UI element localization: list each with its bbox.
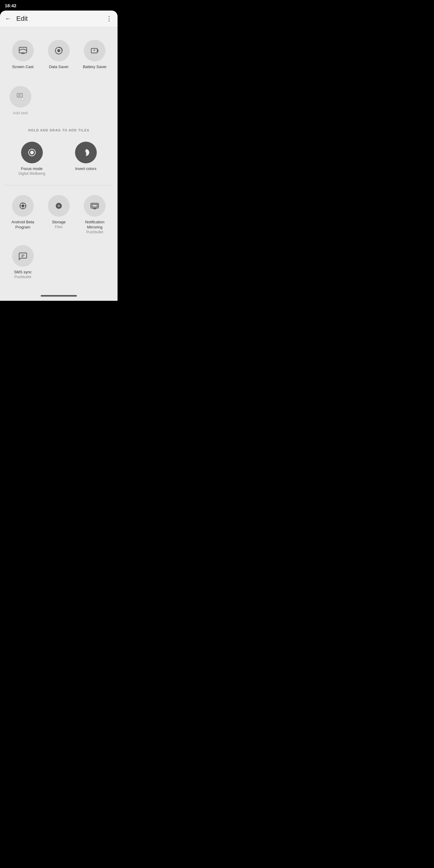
bottom-tile-grid: SMS sync Pushbullet — [0, 241, 118, 286]
back-button[interactable]: ← — [5, 16, 11, 22]
focus-mode-sublabel: Digital Wellbeing — [19, 172, 45, 176]
sms-sync-label: SMS sync — [14, 270, 32, 275]
svg-point-19 — [22, 205, 24, 207]
tile-sms-sync[interactable]: SMS sync Pushbullet — [5, 241, 41, 283]
focus-mode-icon-circle — [21, 142, 43, 163]
screen-cast-label: Screen Cast — [12, 64, 34, 70]
main-container: ← Edit ⋮ Screen Cast — [0, 10, 118, 301]
focus-icon — [27, 148, 36, 157]
android-beta-label: Android Beta Program — [7, 220, 38, 230]
svg-point-26 — [59, 206, 59, 207]
addtask-icon — [16, 92, 25, 101]
tile-invert-colors[interactable]: Invert colors — [59, 138, 113, 180]
sms-sync-sublabel: Pushbullet — [14, 275, 31, 280]
android-beta-icon-circle — [12, 195, 34, 217]
mirroring-label: Notification Mirroring — [79, 220, 110, 230]
content-area: Screen Cast Data Saver — [0, 27, 118, 292]
tile-notification-mirroring[interactable]: Notification Mirroring Pushbullet — [77, 191, 113, 238]
battery-saver-icon-circle — [84, 40, 105, 61]
datasaver-icon — [54, 46, 63, 55]
section-label: HOLD AND DRAG TO ADD TILES — [0, 125, 118, 138]
home-indicator — [0, 292, 118, 301]
drag-tile-grid-3col: Android Beta Program Storage Files — [0, 191, 118, 241]
section-divider — [5, 185, 113, 185]
page-title: Edit — [16, 15, 106, 23]
invert-icon — [82, 148, 90, 157]
mirroring-icon-circle — [84, 195, 105, 217]
tile-data-saver[interactable]: Data Saver — [41, 36, 76, 73]
svg-point-3 — [58, 50, 60, 52]
add-task-row: Add task — [0, 79, 118, 125]
svg-point-17 — [85, 153, 87, 155]
app-bar: ← Edit ⋮ — [0, 10, 118, 27]
screen-cast-icon-circle — [12, 40, 34, 61]
drag-tile-grid-2col: Focus mode Digital Wellbeing Invert colo… — [0, 138, 118, 183]
invert-colors-icon-circle — [75, 142, 97, 163]
svg-rect-7 — [17, 93, 23, 97]
storage-icon-circle — [48, 195, 70, 217]
focus-mode-label: Focus mode — [21, 166, 43, 172]
tile-focus-mode[interactable]: Focus mode Digital Wellbeing — [5, 138, 59, 180]
invert-colors-label: Invert colors — [75, 166, 96, 172]
tile-screen-cast[interactable]: Screen Cast — [5, 36, 41, 73]
top-tile-grid: Screen Cast Data Saver — [0, 33, 118, 79]
batterysaver-icon — [90, 46, 99, 55]
storage-sublabel: Files — [55, 225, 62, 230]
tile-android-beta[interactable]: Android Beta Program — [5, 191, 41, 238]
mirroring-sublabel: Pushbullet — [86, 230, 103, 235]
status-bar: 18:42 — [0, 0, 118, 10]
tile-storage[interactable]: Storage Files — [41, 191, 76, 238]
more-options-button[interactable]: ⋮ — [106, 15, 113, 23]
beta-icon — [19, 201, 27, 210]
svg-point-14 — [30, 151, 33, 154]
tile-add-task[interactable]: Add task — [7, 82, 34, 119]
sms-sync-icon-circle — [12, 245, 34, 267]
svg-point-16 — [85, 150, 87, 152]
data-saver-icon-circle — [48, 40, 70, 61]
battery-saver-label: Battery Saver — [83, 64, 107, 70]
screencast-icon — [19, 46, 27, 55]
mirroring-icon — [90, 201, 99, 210]
tile-battery-saver[interactable]: Battery Saver — [77, 36, 113, 73]
home-bar — [41, 295, 77, 297]
add-task-icon-circle — [10, 86, 31, 107]
storage-label: Storage — [52, 220, 66, 225]
storage-icon — [54, 201, 63, 210]
status-time: 18:42 — [5, 3, 16, 8]
sms-icon — [19, 251, 27, 260]
svg-rect-30 — [92, 204, 98, 207]
data-saver-label: Data Saver — [49, 64, 68, 70]
add-task-label: Add task — [13, 111, 28, 116]
